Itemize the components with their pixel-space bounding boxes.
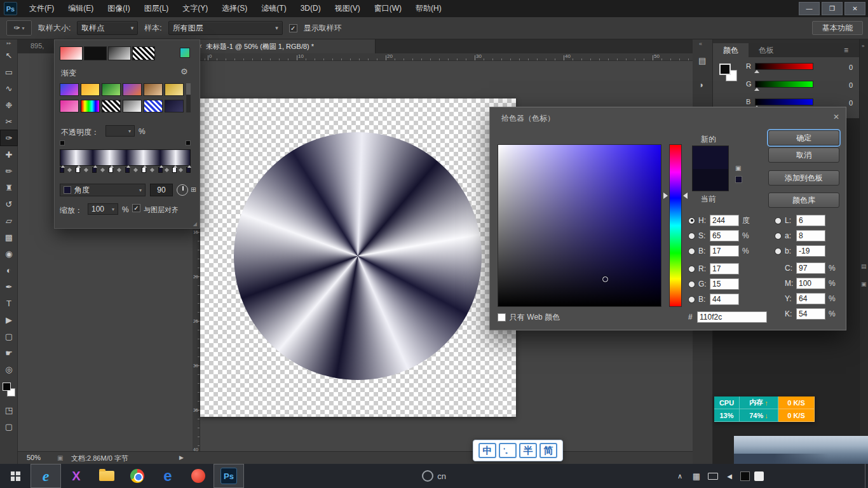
angle-input[interactable] <box>150 184 173 196</box>
brush-tool[interactable]: ✏ <box>0 163 18 179</box>
tab-color-panel[interactable]: 颜色 <box>713 43 749 57</box>
opacity-select[interactable]: ▾ <box>105 125 135 137</box>
history-brush-tool[interactable]: ↺ <box>0 196 18 212</box>
saturation-field[interactable] <box>498 144 661 307</box>
gradient-preset-swatch[interactable] <box>123 83 142 96</box>
add-to-swatches-button[interactable]: 添加到色板 <box>768 170 839 186</box>
tray-chevron-icon[interactable]: ∧ <box>672 464 688 488</box>
ime-simplified[interactable]: 简 <box>539 443 557 458</box>
tray-grid-icon[interactable]: ▦ <box>689 464 704 488</box>
tray-monitor-icon[interactable] <box>705 464 721 488</box>
tab-swatches-panel[interactable]: 色板 <box>749 43 784 57</box>
blue-radio[interactable] <box>688 296 695 303</box>
lab-a-radio[interactable] <box>775 233 782 240</box>
menu-item-filter[interactable]: 滤镜(T) <box>254 0 293 17</box>
gradient-preset-swatch[interactable] <box>165 83 184 96</box>
minimize-button[interactable]: — <box>799 2 820 15</box>
green-slider[interactable] <box>755 81 813 88</box>
blue-input[interactable] <box>710 294 739 305</box>
panel-icon-adjustments[interactable]: ◑ <box>698 80 703 90</box>
midpoint-diamond[interactable] <box>117 168 121 172</box>
gradient-preset-swatch[interactable] <box>60 83 79 96</box>
brightness-input[interactable] <box>710 245 739 257</box>
cyan-input[interactable] <box>796 262 825 274</box>
healing-brush-tool[interactable]: ✚ <box>0 146 18 163</box>
gradient-tool[interactable]: ▩ <box>0 229 18 245</box>
zoom-tool[interactable]: ◎ <box>0 361 18 377</box>
gradient-preset-swatch[interactable] <box>165 100 184 112</box>
gear-icon[interactable]: ⚙ <box>180 67 188 76</box>
menu-item-help[interactable]: 帮助(H) <box>409 0 449 17</box>
foreground-color-swatch[interactable] <box>3 383 11 391</box>
gradient-stop[interactable] <box>186 167 191 173</box>
clone-stamp-tool[interactable]: ♜ <box>0 179 18 196</box>
hex-input[interactable] <box>697 311 767 323</box>
slider-handle[interactable] <box>754 88 759 91</box>
menu-item-edit[interactable]: 编辑(E) <box>61 0 100 17</box>
gradient-stop[interactable] <box>142 167 146 173</box>
gradient-preset-swatch[interactable] <box>60 100 79 112</box>
tray-white-box[interactable] <box>751 464 766 488</box>
horizontal-ruler[interactable]: 0 10 20 30 40 50 <box>200 53 693 61</box>
hand-tool[interactable]: ☛ <box>0 344 18 361</box>
document-canvas[interactable] <box>200 98 516 417</box>
angle-dial[interactable] <box>177 184 188 196</box>
path-select-tool[interactable]: ▶ <box>0 311 18 328</box>
restore-button[interactable]: ❐ <box>822 2 843 15</box>
midpoint-diamond[interactable] <box>67 168 72 172</box>
cancel-button[interactable]: 取消 <box>768 147 839 163</box>
menu-item-file[interactable]: 文件(F) <box>22 0 61 17</box>
quick-select-tool[interactable]: ❉ <box>0 97 18 113</box>
ime-halfwidth[interactable]: 半 <box>519 443 537 458</box>
gradient-editor-bar[interactable] <box>60 149 191 166</box>
menu-item-image[interactable]: 图像(I) <box>100 0 137 17</box>
resize-grip-icon[interactable]: ◢ <box>193 221 197 227</box>
gradient-ellipse-layer[interactable] <box>234 132 482 380</box>
taskbar-icon-explorer[interactable] <box>92 464 122 488</box>
black-input[interactable] <box>796 308 825 320</box>
show-desktop-button[interactable] <box>865 464 868 488</box>
crop-tool[interactable]: ✂ <box>0 113 18 130</box>
lasso-tool[interactable]: ∿ <box>0 80 18 97</box>
menu-item-type[interactable]: 文字(Y) <box>175 0 215 17</box>
ok-button[interactable]: 确定 <box>768 130 839 146</box>
lab-l-radio[interactable] <box>775 217 782 224</box>
web-only-checkbox[interactable] <box>498 313 506 322</box>
taskbar-icon-chrome[interactable] <box>122 464 153 488</box>
yellow-input[interactable] <box>796 293 825 304</box>
scale-select[interactable]: 100 ▾ <box>88 203 118 215</box>
screen-mode-button[interactable]: ▢ <box>0 418 18 435</box>
app-logo[interactable]: Ps <box>4 2 17 15</box>
gradient-stop[interactable] <box>76 167 80 173</box>
start-button[interactable] <box>0 464 31 488</box>
lab-b-input[interactable] <box>796 245 825 257</box>
close-button[interactable]: ✕ <box>844 2 865 15</box>
dialog-close-icon[interactable]: ✕ <box>833 112 839 121</box>
green-radio[interactable] <box>688 281 695 288</box>
show-ring-checkbox[interactable]: ✓ <box>289 24 297 32</box>
tray-black-box[interactable] <box>737 464 752 488</box>
blue-slider[interactable] <box>755 98 813 105</box>
midpoint-diamond[interactable] <box>179 168 183 172</box>
move-tool[interactable]: ↖ <box>0 47 18 64</box>
gradient-preset-swatch[interactable] <box>123 100 142 112</box>
eraser-tool[interactable]: ▱ <box>0 212 18 229</box>
gamut-swatch[interactable] <box>735 176 742 183</box>
gradient-preset-swatch[interactable] <box>102 83 121 96</box>
tray-speaker-icon[interactable]: ◀ <box>722 464 737 488</box>
gradient-preset-swatch[interactable] <box>81 83 100 96</box>
gradient-style-select[interactable]: 角度 ▾ <box>60 184 146 196</box>
menu-item-view[interactable]: 视图(V) <box>328 0 367 17</box>
ime-punctuation[interactable]: '。 <box>499 443 517 458</box>
status-expand-icon[interactable]: ▶ <box>179 454 184 461</box>
red-input[interactable] <box>710 263 739 274</box>
gradient-stop[interactable] <box>125 167 130 173</box>
type-tool[interactable]: T <box>0 295 18 311</box>
blur-tool[interactable]: ◉ <box>0 245 18 262</box>
opacity-stop[interactable] <box>60 140 65 146</box>
menu-item-layer[interactable]: 图层(L) <box>137 0 176 17</box>
ime-mode-chinese[interactable]: 中 <box>478 443 496 458</box>
dodge-tool[interactable]: ◐ <box>0 262 18 278</box>
opacity-stop[interactable] <box>186 140 191 146</box>
hue-input[interactable] <box>710 215 739 226</box>
